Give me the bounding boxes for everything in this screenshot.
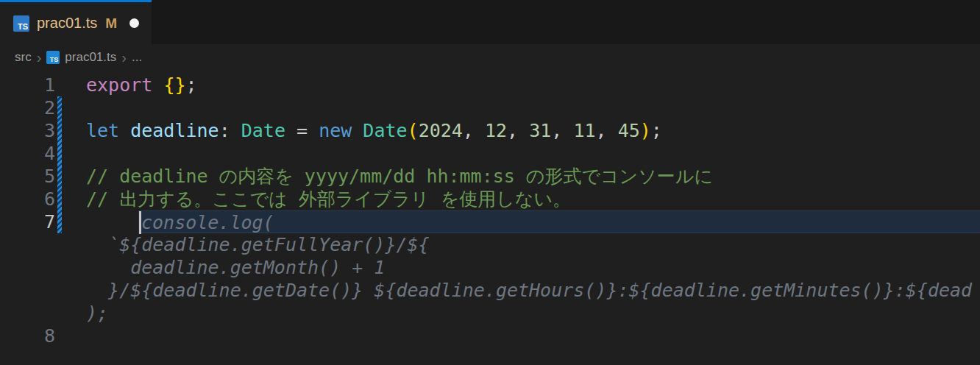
code-token: // deadline の内容を yyyy/mm/dd hh:mm:ss の形式… [86,166,713,187]
line-content[interactable]: `${deadline.getFullYear()}/${ [86,233,980,256]
code-line[interactable]: 8 [0,325,980,347]
code-token [230,120,241,141]
code-token: ( [408,120,419,141]
ghost-text-token: ); [86,302,108,324]
code-token: = [285,120,319,141]
code-line[interactable]: 3let deadline: Date = new Date(2024, 12,… [0,119,980,142]
git-modified-badge: M [105,15,117,32]
line-content[interactable]: export {}; [86,74,980,96]
code-token [152,74,163,96]
ghost-text-token: `${deadline.getFullYear()}/${ [86,234,430,255]
ghost-text-line[interactable]: }/${deadline.getDate()} ${deadline.getHo… [0,279,980,302]
git-modified-gutter-indicator[interactable] [57,96,62,233]
breadcrumb-item-symbol[interactable]: ... [132,50,142,65]
typescript-file-icon: TS [46,51,60,64]
code-token: ) [640,120,651,141]
text-cursor [139,211,141,234]
vscode-window: TS prac01.ts M src › TS prac01.ts › ... … [0,0,980,365]
line-content[interactable]: ); [86,302,980,325]
code-token: ; [185,74,196,96]
tab-prac01[interactable]: TS prac01.ts M [0,0,152,44]
code-line[interactable]: 7console.log( [0,210,980,233]
ghost-text-token: deadline.getMonth() + 1 [86,257,385,278]
line-number[interactable]: 8 [0,325,55,347]
code-token: deadline [130,120,219,141]
code-line[interactable]: 6// 出力する。ここでは 外部ライブラリ を使用しない。 [0,188,980,210]
breadcrumb-item-src[interactable]: src [15,50,32,65]
code-line[interactable]: 1export {}; [0,74,980,96]
code-token: let [86,120,119,141]
code-token: ; [651,120,662,141]
line-number [0,302,55,325]
line-number[interactable]: 3 [0,119,55,142]
code-token: , [596,120,618,141]
code-editor[interactable]: 1export {};23let deadline: Date = new Da… [0,71,980,347]
code-token: 2024 [419,120,463,141]
ghost-text-line[interactable]: `${deadline.getFullYear()}/${ [0,233,980,256]
code-token [352,120,363,141]
typescript-file-icon: TS [13,15,29,32]
line-content[interactable]: // deadline の内容を yyyy/mm/dd hh:mm:ss の形式… [86,165,980,188]
code-token: 31 [529,120,551,141]
code-token: new [319,120,352,141]
code-token: {} [163,74,185,96]
line-content[interactable]: // 出力する。ここでは 外部ライブラリ を使用しない。 [86,188,980,210]
line-number[interactable]: 6 [0,188,55,210]
code-line[interactable]: 2 [0,96,980,119]
tab-bar: TS prac01.ts M [0,0,980,44]
code-token: 11 [573,120,595,141]
line-number[interactable]: 4 [0,142,55,165]
code-token [119,120,130,141]
code-token: export [86,74,152,96]
code-token: 45 [618,120,640,141]
line-content[interactable]: }/${deadline.getDate()} ${deadline.getHo… [86,279,980,302]
line-content[interactable] [86,325,980,347]
line-number [0,279,55,302]
code-line[interactable]: 4 [0,142,980,165]
line-content[interactable] [86,142,980,165]
line-content[interactable]: let deadline: Date = new Date(2024, 12, … [86,119,980,142]
ghost-text-token: console.log( [141,212,274,233]
code-token: , [551,120,573,141]
line-number [0,233,55,256]
code-token: Date [241,120,285,141]
code-token: // 出力する。ここでは 外部ライブラリ を使用しない。 [86,188,571,210]
chevron-right-icon: › [37,50,42,65]
code-token: 12 [485,120,507,141]
ghost-text-line[interactable]: ); [0,302,980,325]
line-content[interactable]: console.log( [138,210,980,233]
line-content[interactable] [86,96,980,119]
line-number[interactable]: 7 [0,210,55,233]
code-line[interactable]: 5// deadline の内容を yyyy/mm/dd hh:mm:ss の形… [0,165,980,188]
line-number[interactable]: 1 [0,74,55,96]
tab-title: prac01.ts [37,15,97,32]
line-content[interactable]: deadline.getMonth() + 1 [86,256,980,279]
breadcrumb-item-file[interactable]: prac01.ts [65,50,116,65]
line-number [0,256,55,279]
code-token: Date [363,120,407,141]
code-token: : [219,120,230,141]
breadcrumb: src › TS prac01.ts › ... [0,44,980,71]
code-token: , [507,120,529,141]
chevron-right-icon: › [121,50,127,65]
line-number[interactable]: 5 [0,165,55,188]
line-number[interactable]: 2 [0,96,55,119]
code-area: 1export {};23let deadline: Date = new Da… [0,74,980,347]
ghost-text-token: }/${deadline.getDate()} ${deadline.getHo… [86,280,972,301]
code-token: , [463,120,485,141]
ghost-text-line[interactable]: deadline.getMonth() + 1 [0,256,980,279]
unsaved-changes-dot[interactable] [129,18,139,28]
